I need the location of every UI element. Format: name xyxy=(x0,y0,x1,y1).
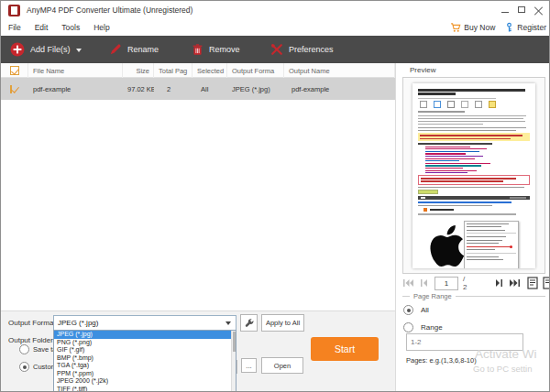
add-files-button[interactable]: Add File(s) xyxy=(10,36,82,63)
combobox-arrow-icon xyxy=(226,321,231,328)
dropdown-option-gif[interactable]: GIF (*.gif) xyxy=(54,346,236,354)
save-target-radio[interactable] xyxy=(19,344,29,354)
select-all-checkbox[interactable] xyxy=(10,66,19,75)
header-output-name[interactable]: Output Name xyxy=(284,63,395,78)
decoration xyxy=(418,111,465,113)
add-page-button[interactable] xyxy=(543,277,550,289)
dropdown-option-jpeg2000[interactable]: JPEG 2000 (*.j2k) xyxy=(54,377,236,386)
open-label: Open xyxy=(274,362,291,370)
preferences-button[interactable]: Preferences xyxy=(270,36,334,63)
browse-button[interactable]: ... xyxy=(241,358,257,373)
dropdown-option-tga[interactable]: TGA (*.tga) xyxy=(54,362,236,370)
decoration xyxy=(510,28,512,29)
page-range-range-option[interactable]: Range xyxy=(403,322,443,332)
decoration xyxy=(420,101,427,108)
dropdown-scrollbar-thumb[interactable] xyxy=(233,332,236,352)
save-target-option[interactable]: Save ta xyxy=(19,344,56,354)
rename-button[interactable]: Rename xyxy=(109,36,159,63)
decoration xyxy=(14,49,22,50)
decoration xyxy=(403,279,405,287)
header-total-pages[interactable]: Total Pag xyxy=(154,63,192,78)
dropdown-option-jpeg[interactable]: JPEG (*.jpg) xyxy=(54,331,236,339)
header-file-name[interactable]: File Name xyxy=(28,63,123,78)
decoration xyxy=(424,208,427,212)
window-title: AnyMP4 PDF Converter Ultimate (Unregiste… xyxy=(27,5,192,15)
decoration xyxy=(418,130,516,132)
pencil-icon xyxy=(109,43,122,56)
dropdown-option-bmp[interactable]: BMP (*.bmp) xyxy=(54,354,236,363)
page-number-input[interactable] xyxy=(434,277,458,290)
cell-selected[interactable]: All xyxy=(192,85,227,93)
decoration xyxy=(418,205,492,207)
preferences-label: Preferences xyxy=(289,45,334,54)
start-button[interactable]: Start xyxy=(311,337,379,361)
context-menu-decoration xyxy=(464,221,519,268)
maximize-button[interactable] xyxy=(514,3,529,16)
decoration xyxy=(425,172,468,173)
chevron-down-icon[interactable] xyxy=(76,49,82,55)
close-button[interactable] xyxy=(531,3,545,16)
key-icon xyxy=(504,22,514,33)
page-range-group: Page Range xyxy=(402,292,545,300)
header-size[interactable]: Size xyxy=(123,63,154,78)
header-output-format[interactable]: Output Forma xyxy=(227,63,284,78)
open-button[interactable]: Open xyxy=(261,357,303,374)
dropdown-option-ppm[interactable]: PPM (*.ppm) xyxy=(54,370,236,378)
dropdown-option-png[interactable]: PNG (*.png) xyxy=(54,339,236,347)
apple-logo xyxy=(418,217,469,268)
cell-output-format[interactable]: JPEG (*.jpg) xyxy=(227,85,284,93)
page-range-all-option[interactable]: All xyxy=(403,305,429,315)
dropdown-scrollbar[interactable] xyxy=(231,331,236,391)
page-range-hint: Pages: e.g.(1,3,6,8-10) xyxy=(406,356,477,365)
decoration xyxy=(467,249,495,250)
decoration xyxy=(519,279,521,287)
menu-file[interactable]: File xyxy=(8,23,21,32)
decoration xyxy=(489,101,496,108)
decoration xyxy=(421,279,423,287)
register-button[interactable]: Register xyxy=(504,22,546,33)
decoration xyxy=(425,163,490,164)
prev-page-button[interactable] xyxy=(420,278,428,288)
range-radio[interactable] xyxy=(403,322,413,332)
decoration xyxy=(451,24,460,29)
header-selected[interactable]: Selected xyxy=(192,63,227,78)
row-checkbox[interactable] xyxy=(10,85,12,93)
format-settings-button[interactable] xyxy=(240,314,258,332)
output-format-combobox[interactable]: JPEG (*.jpg) xyxy=(53,315,236,331)
decoration xyxy=(425,160,459,161)
decoration xyxy=(418,143,492,145)
table-header: File Name Size Total Pag Selected Output… xyxy=(1,63,395,78)
dropdown-option-tiff[interactable]: TIFF (*.tiff) xyxy=(54,386,236,392)
all-radio[interactable] xyxy=(403,305,413,315)
first-page-button[interactable] xyxy=(402,278,414,288)
decoration xyxy=(418,89,525,92)
table-row[interactable]: pdf-example 97.02 KB 2 All JPEG (*.jpg) … xyxy=(1,78,395,100)
minimize-button[interactable] xyxy=(498,3,512,16)
page-list-button[interactable] xyxy=(527,277,538,289)
header-checkbox-cell[interactable] xyxy=(1,63,28,78)
remove-button[interactable]: Remove xyxy=(192,36,240,63)
cart-icon xyxy=(450,22,461,33)
trash-icon xyxy=(192,43,204,56)
decoration xyxy=(467,253,516,254)
decoration xyxy=(402,296,410,297)
all-radio-label: All xyxy=(421,306,429,314)
decoration xyxy=(418,115,526,117)
next-page-button[interactable] xyxy=(495,278,503,288)
preview-document xyxy=(412,83,535,268)
menu-edit[interactable]: Edit xyxy=(35,23,49,32)
decoration xyxy=(467,233,516,234)
last-page-button[interactable] xyxy=(509,278,521,288)
apply-to-all-button[interactable]: Apply to All xyxy=(261,314,304,332)
decoration xyxy=(425,153,466,154)
menu-help[interactable]: Help xyxy=(94,23,109,32)
minimize-icon xyxy=(501,12,509,13)
decoration: Buy Now Register xyxy=(450,19,546,36)
customize-radio[interactable] xyxy=(19,362,29,372)
decoration xyxy=(467,223,509,224)
next-page-icon xyxy=(495,278,503,288)
menu-tools[interactable]: Tools xyxy=(61,23,80,32)
window-controls xyxy=(496,3,545,16)
maximize-icon xyxy=(518,6,525,13)
buy-now-button[interactable]: Buy Now xyxy=(450,22,495,33)
